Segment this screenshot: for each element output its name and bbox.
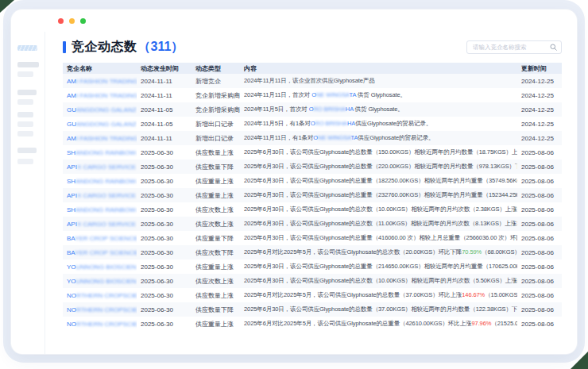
- company-name-link[interactable]: APIX CARGO SERVICE CO...: [63, 217, 137, 231]
- sidebar-item-skeleton: [17, 99, 33, 105]
- buyer-name-link[interactable]: TA: [349, 91, 355, 98]
- dynamic-type: 供应次数上涨: [191, 217, 240, 231]
- company-name-link[interactable]: SHANDONG RAINBOW AGR...: [63, 145, 137, 160]
- content-text: 2025年6月30日，该公司供应Glyphosate的总数量（150.00KGS…: [244, 148, 517, 156]
- company-name-link[interactable]: YOUNNONG BIOSCIEN ES...: [63, 274, 137, 288]
- buyer-name-link[interactable]: HA: [346, 106, 354, 113]
- company-name-link[interactable]: SHANDONG RAINBOW AGR...: [63, 202, 137, 217]
- name-text: BA: [67, 235, 75, 242]
- table-row: APIX CARGO SERVICE CO...2025-06-30供应数量下降…: [63, 160, 562, 174]
- company-name-link[interactable]: AMI FASHION TRADING G...: [63, 131, 137, 145]
- content-text: 2024年11月11日，该企业首次供应Glyphosate产品: [244, 77, 375, 84]
- drop-percent: 70.59%: [462, 248, 482, 256]
- page-title: 竞企动态数: [72, 39, 137, 56]
- page-title-group: 竞企动态数 （311）: [63, 39, 184, 56]
- dynamic-content: 2025年6月30日，该公司供应Glyphosate的总重量（182250.00…: [240, 174, 517, 188]
- table-row: AMI FASHION TRADING G...2024-11-11新增竞企20…: [63, 74, 562, 88]
- sidebar-item-skeleton: [17, 62, 39, 67]
- dynamic-content: 2025年6月对比2025年5月，该公司供应Glyphosate的总次数（20.…: [240, 245, 517, 259]
- buyer-name-link[interactable]: NE WINGSA: [318, 134, 350, 141]
- search-input[interactable]: [473, 44, 550, 51]
- maximize-window-button[interactable]: [80, 18, 86, 24]
- buyer-name-link[interactable]: O: [311, 120, 315, 127]
- sidebar-item-skeleton: [17, 121, 33, 127]
- dynamic-content: 2024年11月5日，有1条对ORO BRISHAHA供应Glyphosate的…: [240, 117, 517, 131]
- name-text: GU: [67, 121, 76, 128]
- updated-time: 2025-08-06: [517, 231, 562, 245]
- company-name-link[interactable]: AMI FASHION TRADING G...: [63, 88, 137, 102]
- dynamic-time: 2025-06-30: [137, 302, 191, 317]
- dynamic-time: 2025-06-30: [137, 288, 191, 302]
- company-name-link[interactable]: BAYER CROP SCIENCE LP: [63, 245, 137, 259]
- masked-name-text: ANDONG RAINBOW A: [75, 149, 137, 156]
- company-name-link[interactable]: APIX CARGO SERVICE CO...: [63, 160, 137, 174]
- company-name-link[interactable]: SHANDONG RAINBOW AGR...: [63, 174, 137, 188]
- dynamic-type: 新增出口记录: [191, 131, 240, 145]
- dynamic-type: 供应次数下降: [191, 245, 240, 259]
- minimize-window-button[interactable]: [69, 18, 75, 24]
- updated-time: 2024-12-25: [517, 88, 562, 102]
- dynamic-time: 2025-06-30: [137, 160, 191, 174]
- dynamic-type: 供应重量上涨: [191, 174, 240, 188]
- search-box[interactable]: [466, 40, 562, 54]
- company-name-link[interactable]: NORTHERN CROPSCIEN CE...: [63, 288, 137, 302]
- masked-name-text: YER CROP SCIENCE: [75, 249, 137, 256]
- company-name-link[interactable]: NORTHERN CROPSCIEN CE...: [63, 317, 137, 331]
- table-row: YOUNNONG BIOSCIEN ES...2025-06-30供应次数上涨2…: [63, 274, 562, 288]
- company-name-link[interactable]: NORTHERN CROPSCIEN CE...: [63, 302, 137, 317]
- buyer-name-link[interactable]: RO BRISHA: [315, 120, 347, 127]
- content-text: （15.00KGS）。: [485, 291, 517, 298]
- dynamic-content: 2025年6月30日，该公司供应Glyphosate的总重量（214650.00…: [240, 259, 517, 274]
- company-name-link[interactable]: GUANGDONG GALANZ MC...: [63, 102, 137, 117]
- close-window-button[interactable]: [58, 18, 64, 24]
- content-text: 供货 Glyphosate。: [354, 106, 404, 113]
- name-text: NO: [67, 306, 76, 313]
- masked-name-text: UNNONG BIOSCIEN: [76, 278, 137, 285]
- company-name-link[interactable]: BAYER CROP SCIENCE LP: [63, 231, 137, 245]
- dynamic-content: 2025年6月对比2025年5月，该公司供应Glyphosate的总重量（426…: [240, 317, 517, 331]
- buyer-name-link[interactable]: NE WINGSA: [316, 91, 349, 98]
- masked-name-text: X CARGO SERVICE: [77, 221, 137, 228]
- name-text: SH: [67, 178, 75, 185]
- sidebar-item-skeleton: [17, 71, 33, 77]
- company-name-link[interactable]: YOUNNONG BIOSCIEN ES...: [63, 259, 137, 274]
- company-name-link[interactable]: GUANGDONG GALANZ MC...: [63, 117, 137, 131]
- dynamic-type: 新增出口记录: [191, 117, 240, 131]
- updated-time: 2025-08-06: [517, 245, 562, 259]
- dynamic-content: 2025年6月30日，该公司供应Glyphosate的总重量（416060.00…: [240, 231, 517, 245]
- table-row: AMI FASHION TRADING G...2024-11-11新增出口记录…: [63, 131, 562, 145]
- table-row: GUANGDONG GALANZ MC...2024-11-05新增出口记录20…: [63, 117, 562, 131]
- content-text: 2025年6月30日，该公司供应Glyphosate的总次数（10.00KGS）…: [244, 277, 517, 284]
- magnifier-icon[interactable]: [550, 44, 557, 51]
- content-text: 2024年11月5日，首次对: [244, 106, 309, 113]
- content-text: 2024年11月11日，有1条对: [244, 134, 313, 141]
- dynamic-content: 2024年11月11日，该企业首次供应Glyphosate产品: [240, 74, 517, 88]
- table-row: GUANGDONG GALANZ MC...2024-11-05竞企新增采购商2…: [63, 102, 562, 117]
- table-row: BAYER CROP SCIENCE LP2025-06-30供应次数下降202…: [63, 245, 562, 259]
- updated-time: 2025-08-06: [517, 160, 562, 174]
- dynamic-content: 2024年11月11日，首次对 ONE WINGSATA 供货 Glyphosa…: [240, 88, 517, 102]
- content-text: 2025年6月30日，该公司供应Glyphosate的总数量（220.00KGS…: [244, 163, 517, 170]
- dynamic-content: 2025年6月30日，该公司供应Glyphosate的总数量（37.00KGS）…: [240, 302, 517, 317]
- table-row: YOUNNONG BIOSCIEN ES...2025-06-30供应重量上涨2…: [63, 259, 562, 274]
- buyer-name-link[interactable]: HA: [347, 120, 355, 127]
- updated-time: 2024-12-25: [517, 74, 562, 88]
- column-header-type: 动态类型: [191, 63, 240, 74]
- masked-name-text: X CARGO SERVICE: [77, 192, 137, 199]
- masked-name-text: ANGDONG GALANZ: [76, 121, 137, 128]
- window-titlebar: [11, 10, 577, 32]
- content-text: 2024年11月5日，有1条对: [244, 120, 311, 127]
- masked-name-text: I FASHION TRADING: [76, 92, 137, 99]
- updated-time: 2025-08-06: [517, 302, 562, 317]
- buyer-name-link[interactable]: RO BRISHA: [313, 106, 345, 113]
- company-name-link[interactable]: AMI FASHION TRADING G...: [63, 74, 137, 88]
- updated-time: 2025-08-06: [517, 188, 562, 202]
- dynamic-time: 2024-11-11: [137, 131, 191, 145]
- name-text: BA: [67, 249, 75, 256]
- dynamic-type: 竞企新增采购商: [191, 102, 240, 117]
- table-header-row: 竞企名称 动态发生时间 动态类型 内容 更新时间: [63, 63, 562, 74]
- dynamic-time: 2025-06-30: [137, 245, 191, 259]
- dynamic-type: 供应数量下降: [191, 160, 240, 174]
- company-name-link[interactable]: APIX CARGO SERVICE CO...: [63, 188, 137, 202]
- masked-name-text: UNNONG BIOSCIEN: [76, 263, 137, 271]
